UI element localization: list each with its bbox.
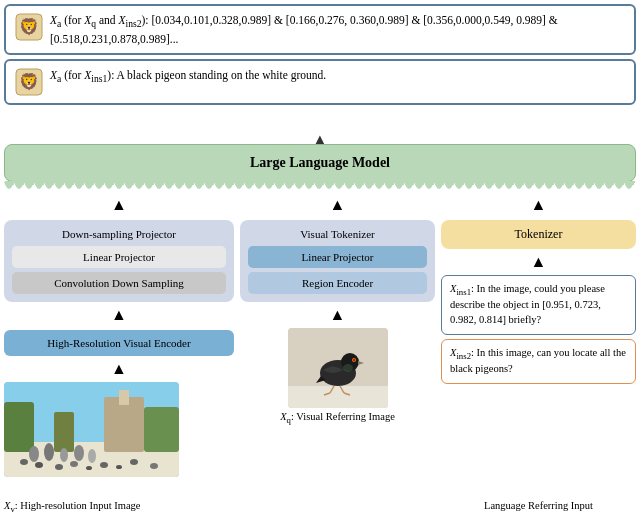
main-area: ▲ Down-sampling Projector Linear Project… <box>4 196 636 488</box>
svg-rect-10 <box>119 390 129 405</box>
linear-projector-box-mid: Linear Projector <box>248 246 427 268</box>
svg-point-16 <box>20 459 28 465</box>
arrow-mid-up: ▲ <box>240 196 435 214</box>
svg-point-35 <box>343 364 353 372</box>
output-section: 🦁 Xa (for Xq and Xins2): [0.034,0.101,0.… <box>4 4 636 105</box>
svg-text:🦁: 🦁 <box>19 72 39 91</box>
xins1-sub: ins1 <box>456 287 471 297</box>
arrow-tokenizer-up: ▲ <box>441 253 636 271</box>
diagram-container: 🦁 Xa (for Xq and Xins2): [0.034,0.101,0.… <box>0 0 640 516</box>
query2-text: : In this image, can you locate all the … <box>450 347 626 374</box>
svg-point-15 <box>88 449 96 463</box>
arrow-left-up: ▲ <box>4 196 234 214</box>
svg-point-20 <box>86 466 92 470</box>
downsampling-label: Down-sampling Projector <box>12 228 226 240</box>
query-box-2: Xins2: In this image, can you locate all… <box>441 339 636 384</box>
xins2-sub: ins2 <box>456 351 471 361</box>
referring-image <box>288 328 388 408</box>
xa-sub: a <box>57 18 61 29</box>
svg-point-18 <box>55 464 63 470</box>
left-column: ▲ Down-sampling Projector Linear Project… <box>4 196 234 488</box>
output-text-2: Xa (for Xins1): A black pigeon standing … <box>50 67 326 86</box>
visual-tokenizer-label: Visual Tokenizer <box>248 228 427 240</box>
visual-tokenizer-box: Visual Tokenizer Linear Projector Region… <box>240 220 435 302</box>
linear-projector-box-left: Linear Projector <box>12 246 226 268</box>
language-ref-label: Language Referring Input <box>441 500 636 514</box>
output-box-2: 🦁 Xa (for Xins1): A black pigeon standin… <box>4 59 636 105</box>
arrow-img-up: ▲ <box>4 360 234 378</box>
llm-box: Large Language Model <box>4 144 636 182</box>
downsampling-projector-box: Down-sampling Projector Linear Projector… <box>4 220 234 302</box>
svg-rect-26 <box>288 386 388 408</box>
hr-encoder-box: High-Resolution Visual Encoder <box>4 330 234 356</box>
region-encoder-box: Region Encoder <box>248 272 427 294</box>
svg-point-24 <box>150 463 158 469</box>
query1-text: : In the image, could you please describ… <box>450 283 605 325</box>
svg-point-14 <box>74 445 84 461</box>
output-text-1: Xa (for Xq and Xins2): [0.034,0.101,0.32… <box>50 12 626 47</box>
svg-text:🦁: 🦁 <box>19 17 39 36</box>
svg-rect-9 <box>104 397 144 452</box>
right-column: ▲ Tokenizer ▲ Xins1: In the image, could… <box>441 196 636 488</box>
bottom-labels: Xv: High-resolution Input Image Language… <box>4 500 636 514</box>
svg-point-23 <box>130 459 138 465</box>
svg-point-17 <box>35 462 43 468</box>
xa-label: X <box>50 14 57 26</box>
output-box-1: 🦁 Xa (for Xq and Xins2): [0.034,0.101,0.… <box>4 4 636 55</box>
xv-label: Xv: High-resolution Input Image <box>4 500 234 514</box>
arrow-right-up: ▲ <box>441 196 636 214</box>
svg-point-11 <box>29 446 39 462</box>
arrow-mid-img-up: ▲ <box>240 306 435 324</box>
svg-rect-8 <box>54 412 74 452</box>
query-box-1: Xins1: In the image, could you please de… <box>441 275 636 335</box>
svg-point-12 <box>44 443 54 461</box>
referring-image-label: Xq: Visual Referring Image <box>280 411 395 425</box>
llm-icon-2: 🦁 <box>14 67 44 97</box>
svg-point-13 <box>60 448 68 462</box>
mid-image-area: Xq: Visual Referring Image <box>240 328 435 425</box>
llm-icon-1: 🦁 <box>14 12 44 42</box>
svg-point-30 <box>353 359 355 361</box>
middle-column: ▲ Visual Tokenizer Linear Projector Regi… <box>240 196 435 488</box>
scallop-decoration <box>4 182 636 196</box>
convolution-box: Convolution Down Sampling <box>12 272 226 294</box>
svg-point-19 <box>70 461 78 467</box>
svg-point-21 <box>100 462 108 468</box>
arrow-encoder-up: ▲ <box>4 306 234 324</box>
svg-rect-7 <box>144 407 179 452</box>
llm-label: Large Language Model <box>250 155 390 171</box>
input-image <box>4 382 179 477</box>
tokenizer-box: Tokenizer <box>441 220 636 249</box>
svg-point-22 <box>116 465 122 469</box>
left-image-area <box>4 382 234 477</box>
svg-rect-6 <box>4 402 34 452</box>
spacer-mid <box>240 500 435 514</box>
